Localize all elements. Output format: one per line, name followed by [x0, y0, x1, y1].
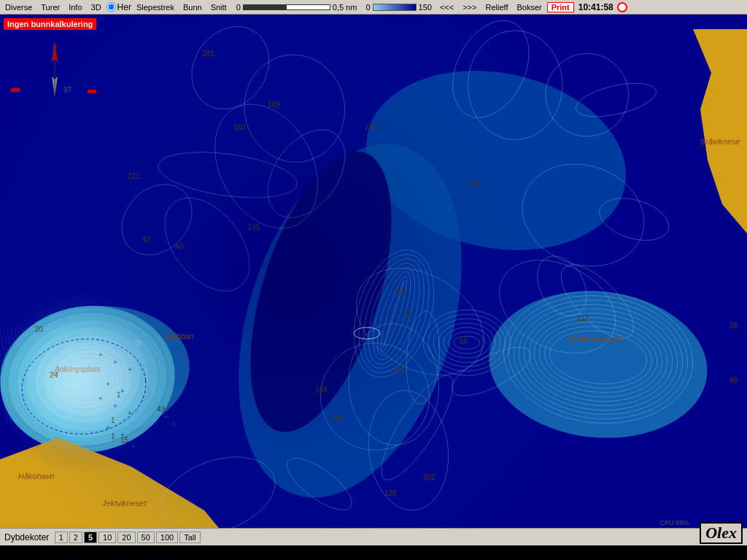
toolbar-slepestrek[interactable]: Slepestrek [133, 2, 178, 12]
scale-label: 0,5 nm [333, 3, 357, 12]
depth-btn-20[interactable]: 20 [117, 532, 135, 543]
scale-bar: 0 0,5 nm [236, 3, 357, 12]
depth-btn-5[interactable]: 5 [84, 532, 97, 543]
compass-rose: N [44, 40, 66, 98]
toolbar-diverse[interactable]: Diverse [1, 2, 36, 12]
toolbar: Diverse Turer Info 3D Her Slepestrek Bun… [0, 0, 747, 15]
toolbar-snitt[interactable]: Snitt [207, 2, 231, 12]
toolbar-print[interactable]: Print [547, 2, 574, 12]
bottom-bar: Dybdekoter 1 2 5 10 20 50 100 Tall Olex [0, 528, 747, 545]
toolbar-her-radio[interactable]: Her [107, 2, 131, 12]
toolbar-turer[interactable]: Turer [37, 2, 63, 12]
clock-display: 10:41:58 [578, 2, 614, 12]
toolbar-nav-back[interactable]: <<< [436, 2, 457, 12]
depth-left-val: 0 [365, 3, 370, 12]
dybdekoter-label: Dybdekoter [4, 532, 49, 542]
her-radio-input[interactable] [107, 2, 116, 12]
toolbar-bokser[interactable]: Bokser [513, 2, 545, 12]
toolbar-bunn[interactable]: Bunn [179, 2, 206, 12]
depth-btn-50[interactable]: 50 [137, 532, 155, 543]
toolbar-info[interactable]: Info [65, 2, 85, 12]
map-canvas[interactable] [0, 15, 747, 545]
map-container[interactable]: Ingen bunnkalkulering N CPU 99% Dybdekot… [0, 15, 747, 545]
toolbar-3d[interactable]: 3D [88, 2, 105, 12]
olex-logo: Olex [700, 522, 743, 544]
depth-btn-1[interactable]: 1 [55, 532, 68, 543]
toolbar-relief[interactable]: Relieff [481, 2, 511, 12]
scale-left: 0 [236, 3, 241, 12]
cpu-label: CPU 99% [659, 519, 689, 526]
no-bottom-calc-label: Ingen bunnkalkulering [4, 18, 96, 30]
depth-btn-tall[interactable]: Tall [179, 532, 201, 543]
toolbar-her-label: Her [117, 2, 131, 12]
scale-line [243, 4, 330, 10]
depth-right-val: 150 [419, 3, 432, 12]
depth-btn-10[interactable]: 10 [98, 532, 116, 543]
depth-btn-100[interactable]: 100 [156, 532, 178, 543]
clock-icon [617, 2, 627, 12]
toolbar-nav-fwd[interactable]: >>> [459, 2, 480, 12]
depth-indicator: 0 150 [365, 3, 431, 12]
depth-btn-2[interactable]: 2 [69, 532, 82, 543]
depth-gradient [373, 4, 417, 11]
svg-text:N: N [53, 44, 56, 50]
